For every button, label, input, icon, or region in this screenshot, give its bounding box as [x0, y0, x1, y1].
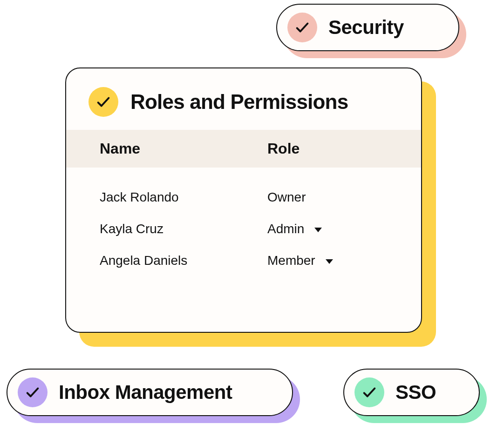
user-role: Owner — [267, 190, 306, 205]
table-row: Kayla Cruz Admin — [100, 213, 388, 245]
role-label: Admin — [267, 222, 304, 236]
inbox-management-pill[interactable]: Inbox Management — [7, 369, 293, 416]
table-body: Jack Rolando Owner Kayla Cruz Admin Ange… — [66, 168, 421, 276]
table-header: Name Role — [66, 130, 421, 168]
role-label: Member — [267, 253, 315, 268]
user-name: Angela Daniels — [100, 253, 267, 268]
chevron-down-icon — [326, 259, 333, 264]
role-dropdown[interactable]: Admin — [267, 222, 322, 236]
column-header-name: Name — [100, 140, 267, 157]
user-name: Jack Rolando — [100, 190, 267, 205]
check-icon — [287, 13, 317, 42]
roles-permissions-card: Roles and Permissions Name Role Jack Rol… — [65, 67, 422, 333]
security-pill[interactable]: Security — [276, 4, 459, 51]
check-icon — [89, 87, 118, 117]
check-icon — [18, 377, 48, 407]
table-row: Jack Rolando Owner — [100, 182, 388, 213]
check-icon — [354, 377, 384, 407]
card-title: Roles and Permissions — [130, 90, 348, 114]
card-header: Roles and Permissions — [66, 68, 421, 130]
chevron-down-icon — [314, 228, 322, 232]
sso-pill[interactable]: SSO — [343, 369, 480, 416]
table-row: Angela Daniels Member — [100, 245, 388, 276]
column-header-role: Role — [267, 140, 388, 157]
role-dropdown[interactable]: Member — [267, 253, 333, 268]
inbox-pill-label: Inbox Management — [59, 381, 232, 404]
sso-pill-label: SSO — [395, 381, 436, 404]
user-name: Kayla Cruz — [100, 222, 267, 236]
security-pill-label: Security — [328, 16, 404, 39]
role-label: Owner — [267, 190, 306, 205]
